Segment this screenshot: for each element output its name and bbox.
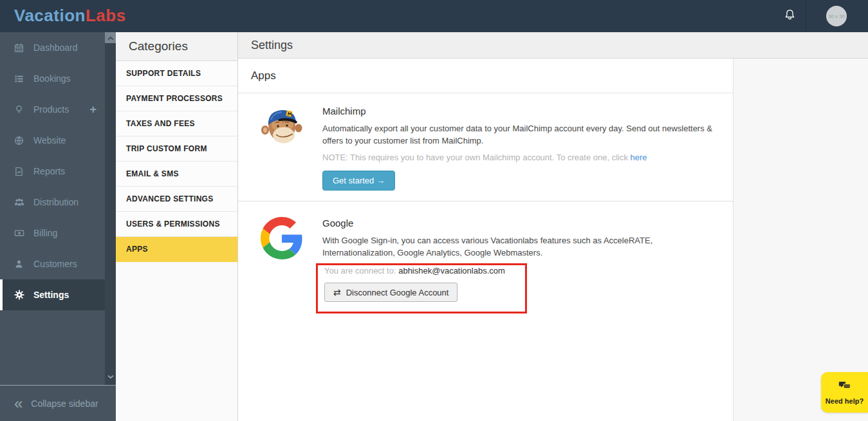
sidebar-item-label: Bookings xyxy=(33,73,71,84)
chat-bubbles-icon xyxy=(837,380,852,395)
app-root: VacationLabs 30 x 30 Dashboard Bookings … xyxy=(0,0,868,421)
mailchimp-description: Automatically export all your customer d… xyxy=(322,122,718,147)
categories-title: Categories xyxy=(116,32,237,61)
category-trip-custom-form[interactable]: TRIP CUSTOM FORM xyxy=(116,136,237,162)
sidebar-item-label: Reports xyxy=(33,166,65,176)
user-avatar[interactable]: 30 x 30 xyxy=(826,6,847,26)
calendar-icon xyxy=(14,42,24,53)
vacationlabs-logo[interactable]: VacationLabs xyxy=(14,6,126,26)
topbar-divider xyxy=(806,0,806,32)
mailchimp-here-link[interactable]: here xyxy=(631,153,647,162)
user-group-icon xyxy=(14,197,24,208)
section-title: Apps xyxy=(238,59,733,93)
scroll-down-button[interactable] xyxy=(105,370,116,381)
mailchimp-note: NOTE: This requires you to have your own… xyxy=(322,153,720,162)
page-title: Settings xyxy=(251,39,293,52)
chevron-up-icon xyxy=(107,32,114,44)
avatar-placeholder-text: 30 x 30 xyxy=(828,14,845,19)
category-email-sms[interactable]: EMAIL & SMS xyxy=(116,162,237,187)
google-logo xyxy=(261,217,303,262)
sidebar-item-label: Distribution xyxy=(33,197,78,207)
chevron-down-icon xyxy=(107,370,114,382)
sidebar-item-products[interactable]: Products + xyxy=(0,94,116,125)
main-content: Apps xyxy=(238,59,733,421)
swap-arrows-icon: ⇄ xyxy=(333,287,341,297)
mailchimp-title: Mailchimp xyxy=(322,106,720,117)
list-icon xyxy=(14,73,24,84)
get-started-button[interactable]: Get started → xyxy=(322,171,395,191)
mailchimp-card: Mailchimp Automatically export all your … xyxy=(238,93,733,201)
need-help-label: Need help? xyxy=(826,397,863,405)
notifications-button[interactable] xyxy=(775,0,804,32)
google-body: Google With Google Sign-in, you can acce… xyxy=(322,217,720,313)
person-icon xyxy=(14,259,24,270)
sidebar-item-settings[interactable]: Settings xyxy=(0,279,116,310)
sidebar-item-customers[interactable]: Customers xyxy=(0,248,116,279)
category-taxes-and-fees[interactable]: TAXES AND FEES xyxy=(116,111,237,136)
sidebar-item-bookings[interactable]: Bookings xyxy=(0,63,116,94)
sidebar-item-label: Billing xyxy=(33,228,57,238)
add-product-button[interactable]: + xyxy=(89,103,97,117)
mailchimp-note-text: NOTE: This requires you to have your own… xyxy=(322,153,631,162)
page-header: Settings xyxy=(238,32,868,59)
bell-icon xyxy=(783,8,797,24)
collapse-sidebar-button[interactable]: « Collapse sidebar xyxy=(0,385,116,421)
collapse-sidebar-label: Collapse sidebar xyxy=(31,398,98,409)
gear-icon xyxy=(14,290,24,301)
google-card: Google With Google Sign-in, you can acce… xyxy=(238,201,733,313)
sidebar-item-label: Website xyxy=(33,135,66,145)
double-chevron-left-icon: « xyxy=(14,396,23,411)
logo-text-vacation: Vacation xyxy=(14,6,86,25)
category-support-details[interactable]: SUPPORT DETAILS xyxy=(116,61,237,86)
sidebar-item-label: Dashboard xyxy=(33,42,78,53)
disconnect-google-button[interactable]: ⇄ Disconnect Google Account xyxy=(324,283,457,302)
google-description: With Google Sign-in, you can access vari… xyxy=(322,234,718,259)
sidebar-item-billing[interactable]: Billing xyxy=(0,218,116,248)
right-gutter xyxy=(733,59,868,421)
logo-text-labs: Labs xyxy=(86,6,126,25)
category-advanced-settings[interactable]: ADVANCED SETTINGS xyxy=(116,187,237,212)
connected-label: You are connect to: xyxy=(324,266,398,276)
google-title: Google xyxy=(322,218,720,229)
scroll-up-button[interactable] xyxy=(105,32,116,43)
category-users-permissions[interactable]: USERS & PERMISSIONS xyxy=(116,212,237,237)
lightbulb-icon xyxy=(14,104,24,115)
banknote-icon xyxy=(14,228,24,239)
sidebar-item-label: Settings xyxy=(33,290,69,300)
sidebar-item-dashboard[interactable]: Dashboard xyxy=(0,32,116,63)
connected-account-line: You are connect to: abhishek@vacationlab… xyxy=(324,266,525,276)
category-apps[interactable]: APPS xyxy=(116,237,237,262)
sidebar-scrollbar[interactable] xyxy=(105,32,116,385)
report-document-icon xyxy=(14,166,24,177)
sidebar-item-reports[interactable]: Reports xyxy=(0,156,116,187)
connected-email: abhishek@vacationlabs.com xyxy=(398,266,505,276)
sidebar-item-label: Products xyxy=(33,104,69,115)
mailchimp-logo xyxy=(261,105,303,151)
disconnect-google-label: Disconnect Google Account xyxy=(346,288,449,297)
category-payment-processors[interactable]: PAYMENT PROCESSORS xyxy=(116,86,237,111)
sidebar-item-label: Customers xyxy=(33,259,77,269)
sidebar-item-distribution[interactable]: Distribution xyxy=(0,187,116,218)
need-help-button[interactable]: Need help? xyxy=(821,372,868,413)
red-annotation-box: You are connect to: abhishek@vacationlab… xyxy=(316,263,527,313)
categories-panel: Categories SUPPORT DETAILS PAYMENT PROCE… xyxy=(116,32,238,421)
sidebar-item-website[interactable]: Website xyxy=(0,125,116,156)
sidebar: Dashboard Bookings Products + Website Re… xyxy=(0,32,116,385)
globe-icon xyxy=(14,135,24,146)
top-bar: VacationLabs 30 x 30 xyxy=(0,0,868,32)
mailchimp-body: Mailchimp Automatically export all your … xyxy=(322,105,720,191)
